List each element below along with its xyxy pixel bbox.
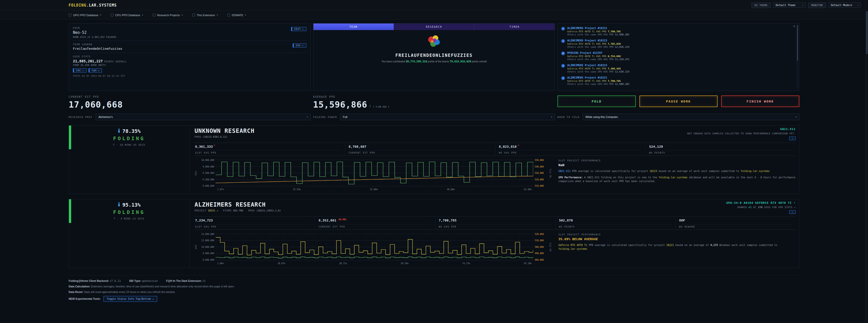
folding-lar-systems-link[interactable]: folding.lar.systems [658,176,687,179]
user-section: USER Neo-52 RANK #115 of 3,001,052 FOLDE… [73,25,306,41]
monitor-select[interactable]: Default Modern ▾ [829,2,861,8]
page-scrollbar [866,0,868,323]
user-rank: RANK #115 of 3,001,052 FOLDERS [73,36,306,38]
fah-stats-button[interactable]: F@H ↗ [89,68,102,72]
monitor-button[interactable]: MONITOR [808,2,826,8]
nav-research-projects[interactable]: Research Projects ▾ [153,13,183,17]
page-scrollbar-thumb[interactable] [866,11,868,54]
slot-status-text: FOLDING [113,209,145,215]
finish-work-button[interactable]: FINISH WORK [721,95,799,107]
nav-this-extension[interactable]: This Extension ▾ [192,13,218,17]
tab-research[interactable]: RESEARCH [394,24,474,30]
when-to-fold-select[interactable]: While using this Computer. ▾ [583,114,799,120]
monitor-select-value: Default Modern [831,4,852,6]
y-axis-right-title: WU PTS [550,242,552,251]
folding-power-select[interactable]: Full ▾ [340,114,555,120]
page-footer: Folding@Home Client Backend: v7.6.21 SID… [69,275,799,302]
folding-lar-systems-link[interactable]: folding.lar.systems [741,170,770,173]
project-list-item[interactable]: M MYOSINS Project #12297 GeForce RTX 407… [561,50,792,62]
puzzle-icon [192,13,195,17]
ui-theme-button[interactable]: UI THEME [751,2,771,8]
nav-donate[interactable]: DONATE ▾ [227,13,246,17]
pause-work-button[interactable]: PAUSE WORK [640,95,718,107]
chevron-down-icon: ▾ [307,116,308,118]
gpu-note: NOT ENOUGH DATA SAMPLES COLLECTED TO SHO… [687,132,796,135]
projects-scrollbar-thumb[interactable] [797,25,798,61]
y-axis-right-ticks: 550,000540,000530,000520,000510,000 [535,159,547,187]
database-icon [69,13,71,17]
average-ppd-ago: [ 5:00 AGO ] [373,106,389,108]
y-axis-right-ticks: 520,000510,000500,000490,000480,000 [535,233,547,261]
performance-value: 35.69% BELOW AVERAGE [558,237,796,241]
external-link-icon: ↗ [82,69,84,72]
project-avatar: A [561,76,565,80]
current-ppd-block: CURRENT EST PPD 17,060,668 [69,95,311,110]
current-ppd-value: 17,060,668 [69,99,311,110]
backend-info-line: Folding@Home Client Backend: v7.6.21 SID… [69,279,799,282]
projects-panel: × A ALZHEIMERS Project #18221 GeForce RT… [557,23,799,91]
y-axis-left-title: PPD [195,245,197,249]
close-icon[interactable]: × [793,24,795,28]
slot-external-link-button[interactable]: ↗ [789,137,796,140]
project-list-item[interactable]: A ALZHEIMERS Project #18223 GeForce RTX … [561,62,792,75]
user-contributed-points: 20,774,299,316 [406,60,427,63]
project-list-item[interactable]: A ALZHEIMERS Project #18223 GeForce RTX … [561,37,792,50]
average-ppd-value: 15,596,866 [313,99,367,110]
folding-lar-systems-link[interactable]: folding.lar.systems [558,247,587,250]
user-stats-label: USER STATS [73,55,306,58]
project-avatar: M [561,52,565,55]
ppd-line-chart [216,159,533,187]
slot-progress-percent: 78.35% [122,128,141,134]
chevron-down-icon: ▾ [100,14,101,16]
chevron-down-icon: ▾ [182,14,183,16]
research-pref-select[interactable]: Alzheimer's ▾ [96,114,311,120]
slot-external-link-button[interactable]: ↗ [789,210,796,214]
edit-button[interactable]: EDIT ↗ [291,27,306,31]
project-avatar: A [561,39,565,43]
y-axis-left-ticks: 14,000,00012,000,00010,000,0009,000,0008… [199,233,214,261]
chevron-down-icon: ▾ [802,4,803,6]
slot-progress-percent: 95.13% [122,202,141,208]
eoc-team-button[interactable]: EOC ↗ [293,43,306,48]
team-total-points: 79,633,916,820 [450,60,471,63]
nav-gpu-ppd-database[interactable]: GPU PPD Database ▾ [69,13,101,17]
theme-select[interactable]: Default Theme ▾ [773,2,806,8]
chevron-down-icon: ▾ [142,14,143,16]
project-list-item[interactable]: A ALZHEIMERS Project #18221 GeForce RTX … [561,75,792,87]
tab-timer[interactable]: TIMER [474,24,555,30]
work-units-line: FROM 36,498 WORK UNITS [73,64,306,66]
slot-title: UNKNOWN RESEARCH [194,127,255,134]
when-to-fold-label: WHEN TO FOLD [557,116,580,118]
external-link-icon: ↗ [217,209,218,212]
theme-select-value: Default Theme [776,4,795,6]
team-logo [425,34,443,50]
team-section: TEAM 240890 FreilaufendeOnlineFuzzies EO… [73,41,306,53]
toggle-status-info-button[interactable]: Toggle Status Info Top/Bottom ↗ [103,296,157,302]
performance-label: SLOT PROJECT PERFORMANCE [558,233,796,236]
project-avatar: A [561,64,565,68]
x-axis-ticks: 1.07%15.93%32.08%48.08%61.00% [216,187,533,191]
slot-active-stripe [69,199,71,223]
contribution-line: You have contributed 20,774,299,316 poin… [381,60,487,63]
heart-icon [227,13,230,17]
nav-bar: GPU PPD Database ▾ CPU PPD Database ▾ Re… [0,10,868,20]
project-number-link[interactable]: 18221 [208,209,215,212]
project-link[interactable]: 18221 [666,244,674,246]
flask-icon [153,13,155,17]
project-list-item[interactable]: A ALZHEIMERS Project #18221 GeForce RTX … [561,25,792,37]
slot-stats: 7,234,723SLOT AVG PPD 8,352,061-10.69%CU… [194,216,796,230]
project-link[interactable]: 18223 [650,170,657,173]
chevron-down-icon: ▾ [858,4,859,6]
top-controls: UI THEME Default Theme ▾ MONITOR Default… [751,2,861,8]
slot-2-status: 95.13% FOLDING T - 4 MINS 13 SECS [69,199,189,267]
fold-button[interactable]: FOLD [557,95,636,107]
chevron-down-icon: ▾ [796,116,797,118]
slot-active-stripe [69,125,71,149]
tab-team[interactable]: TEAM [313,24,394,30]
eoc-stats-button[interactable]: EOC ↗ [73,68,87,72]
nav-cpu-ppd-database[interactable]: CPU PPD Database ▾ [111,13,143,17]
when-to-fold-row: WHEN TO FOLD While using this Computer. … [557,114,799,120]
app-logo: FOLDING.LAR.SYSTEMS [69,3,117,7]
main-content: USER Neo-52 RANK #115 of 3,001,052 FOLDE… [0,20,868,302]
chevron-down-icon: ▾ [245,14,246,16]
